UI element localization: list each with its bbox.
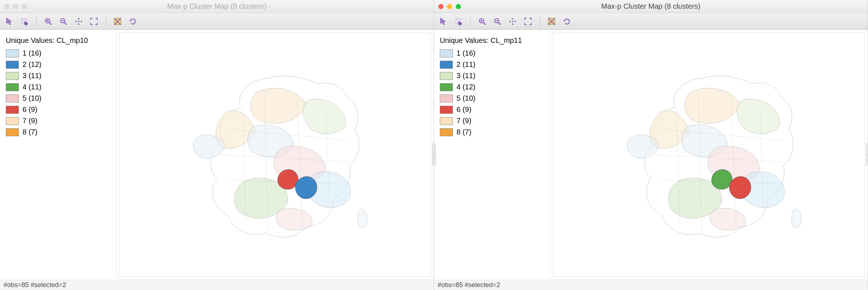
svg-point-8 bbox=[78, 21, 79, 22]
zoom-extent-icon[interactable] bbox=[89, 16, 99, 27]
selected-region[interactable] bbox=[729, 177, 751, 199]
legend-swatch bbox=[6, 61, 19, 69]
legend-swatch bbox=[6, 49, 19, 57]
drag-handle-icon[interactable]: · bbox=[432, 144, 436, 165]
svg-line-18 bbox=[498, 22, 501, 25]
legend-row[interactable]: 7 (9) bbox=[440, 115, 544, 126]
window-left: Max-p Cluster Map (8 clusters) bbox=[0, 0, 434, 290]
traffic-min-icon[interactable] bbox=[13, 4, 18, 9]
legend-row[interactable]: 1 (16) bbox=[440, 48, 544, 59]
select-rect-tool-icon[interactable] bbox=[20, 16, 30, 27]
zoom-in-icon[interactable] bbox=[43, 16, 53, 27]
drag-handle-icon[interactable]: · bbox=[866, 144, 868, 165]
refresh-icon[interactable] bbox=[562, 16, 572, 27]
legend-swatch bbox=[6, 94, 19, 102]
traffic-close-icon[interactable] bbox=[438, 4, 443, 9]
legend-panel: Unique Values: CL_mp11 1 (16)2 (11)3 (11… bbox=[434, 30, 550, 280]
legend-row[interactable]: 5 (10) bbox=[6, 93, 110, 104]
zoom-out-icon[interactable] bbox=[58, 16, 69, 27]
pointer-tool-icon[interactable] bbox=[4, 16, 15, 27]
legend-label: 3 (11) bbox=[456, 72, 475, 80]
legend-title: Unique Values: CL_mp11 bbox=[440, 36, 544, 45]
zoom-extent-icon[interactable] bbox=[523, 16, 533, 27]
svg-point-20 bbox=[512, 21, 513, 22]
pan-icon[interactable] bbox=[508, 16, 518, 27]
legend-label: 1 (16) bbox=[22, 49, 41, 57]
legend-swatch bbox=[6, 117, 19, 125]
zoom-in-icon[interactable] bbox=[477, 16, 487, 27]
legend-label: 4 (12) bbox=[456, 83, 475, 91]
legend-label: 5 (10) bbox=[456, 94, 475, 102]
legend-row[interactable]: 3 (11) bbox=[440, 70, 544, 81]
status-bar: #obs=85 #selected=2 bbox=[0, 280, 434, 290]
titlebar: Max-p Cluster Map (8 clusters) bbox=[0, 0, 434, 13]
traffic-max-icon[interactable] bbox=[456, 4, 461, 9]
legend-label: 8 (7) bbox=[456, 128, 471, 136]
legend-row[interactable]: 8 (7) bbox=[440, 126, 544, 138]
legend-swatch bbox=[440, 94, 453, 102]
legend-swatch bbox=[440, 128, 453, 136]
legend-swatch bbox=[440, 83, 453, 91]
legend-label: 5 (10) bbox=[22, 94, 41, 102]
select-rect-tool-icon[interactable] bbox=[454, 16, 464, 27]
titlebar: Max-p Cluster Map (8 clusters) bbox=[434, 0, 868, 13]
status-bar: #obs=85 #selected=2 bbox=[434, 280, 868, 290]
window-title: Max-p Cluster Map (8 clusters) bbox=[438, 2, 863, 11]
status-text: #obs=85 #selected=2 bbox=[4, 281, 66, 289]
toolbar bbox=[0, 13, 434, 30]
basemap-toggle-icon[interactable] bbox=[112, 16, 123, 27]
map-canvas[interactable] bbox=[553, 33, 865, 277]
pane-splitter[interactable]: · bbox=[865, 29, 868, 280]
legend-swatch bbox=[6, 83, 19, 91]
pointer-tool-icon[interactable] bbox=[438, 16, 449, 27]
refresh-icon[interactable] bbox=[128, 16, 138, 27]
window-right: Max-p Cluster Map (8 clusters) bbox=[434, 0, 868, 290]
legend-row[interactable]: 2 (11) bbox=[440, 59, 544, 70]
legend-title: Unique Values: CL_mp10 bbox=[6, 36, 110, 45]
legend-row[interactable]: 2 (12) bbox=[6, 59, 110, 70]
svg-line-2 bbox=[49, 22, 52, 25]
legend-label: 2 (12) bbox=[22, 60, 41, 69]
legend-label: 2 (11) bbox=[456, 60, 475, 69]
legend-label: 3 (11) bbox=[22, 72, 41, 80]
legend-row[interactable]: 3 (11) bbox=[6, 70, 110, 81]
legend-row[interactable]: 1 (16) bbox=[6, 48, 110, 59]
legend-swatch bbox=[440, 72, 453, 80]
toolbar bbox=[434, 13, 868, 30]
selected-region[interactable] bbox=[295, 177, 317, 199]
traffic-lights bbox=[438, 4, 461, 9]
pane-splitter[interactable]: · bbox=[431, 29, 436, 280]
legend-panel: Unique Values: CL_mp10 1 (16)2 (12)3 (11… bbox=[0, 30, 116, 280]
legend-row[interactable]: 5 (10) bbox=[440, 93, 544, 104]
map-canvas[interactable] bbox=[119, 33, 431, 277]
legend-swatch bbox=[6, 106, 19, 114]
legend-swatch bbox=[440, 117, 453, 125]
svg-line-6 bbox=[64, 22, 67, 25]
legend-row[interactable]: 7 (9) bbox=[6, 115, 110, 126]
traffic-max-icon[interactable] bbox=[22, 4, 27, 9]
basemap-toggle-icon[interactable] bbox=[546, 16, 557, 27]
legend-row[interactable]: 4 (12) bbox=[440, 81, 544, 93]
zoom-out-icon[interactable] bbox=[492, 16, 503, 27]
legend-swatch bbox=[440, 106, 453, 114]
legend-row[interactable]: 4 (11) bbox=[6, 81, 110, 93]
window-title: Max-p Cluster Map (8 clusters) bbox=[4, 2, 429, 11]
legend-swatch bbox=[440, 61, 453, 69]
legend-label: 4 (11) bbox=[22, 83, 41, 91]
pan-icon[interactable] bbox=[74, 16, 84, 27]
svg-line-14 bbox=[483, 22, 486, 25]
legend-swatch bbox=[6, 72, 19, 80]
legend-row[interactable]: 6 (9) bbox=[440, 104, 544, 115]
legend-label: 1 (16) bbox=[456, 49, 475, 57]
legend-row[interactable]: 6 (9) bbox=[6, 104, 110, 115]
legend-row[interactable]: 8 (7) bbox=[6, 126, 110, 138]
legend-label: 7 (9) bbox=[22, 117, 37, 125]
legend-label: 6 (9) bbox=[22, 105, 37, 114]
traffic-lights bbox=[4, 4, 27, 9]
legend-label: 8 (7) bbox=[22, 128, 37, 136]
legend-swatch bbox=[440, 49, 453, 57]
status-text: #obs=85 #selected=2 bbox=[438, 281, 500, 289]
traffic-close-icon[interactable] bbox=[4, 4, 9, 9]
traffic-min-icon[interactable] bbox=[447, 4, 452, 9]
legend-swatch bbox=[6, 128, 19, 136]
